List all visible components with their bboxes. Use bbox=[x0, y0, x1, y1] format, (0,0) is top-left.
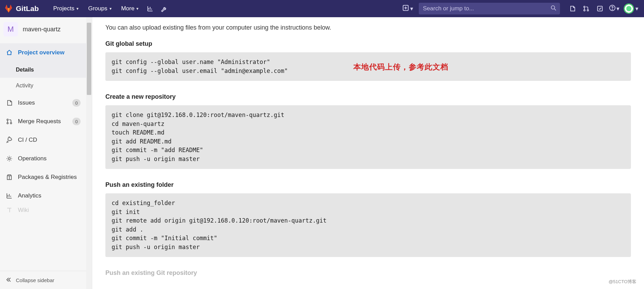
svg-point-4 bbox=[587, 10, 589, 11]
sidebar-sub-details[interactable]: Details bbox=[0, 62, 86, 78]
svg-point-10 bbox=[10, 122, 12, 124]
section-title-existing-folder: Push an existing folder bbox=[105, 181, 631, 189]
sidebar-item-label: Operations bbox=[18, 155, 46, 162]
sidebar: M maven-quartz Project overview Details … bbox=[0, 17, 92, 289]
sidebar-item-label: Issues bbox=[18, 99, 35, 106]
intro-text: You can also upload existing files from … bbox=[105, 24, 631, 31]
nav-more-label: More bbox=[121, 5, 135, 12]
collapse-label: Collapse sidebar bbox=[16, 277, 54, 283]
annotation-text: 本地代码上传，参考此文档 bbox=[353, 62, 448, 72]
chevron-down-icon: ▾ bbox=[616, 5, 620, 12]
search-icon bbox=[550, 5, 557, 13]
project-avatar: M bbox=[3, 22, 18, 36]
new-dropdown[interactable]: ▾ bbox=[403, 5, 413, 13]
count-badge: 0 bbox=[72, 118, 81, 125]
chevron-down-icon: ▾ bbox=[410, 5, 413, 12]
sidebar-item-wiki[interactable]: Wiki bbox=[0, 205, 86, 215]
svg-point-2 bbox=[584, 6, 585, 8]
home-icon bbox=[6, 49, 13, 56]
svg-rect-5 bbox=[598, 6, 602, 11]
todos-icon[interactable] bbox=[593, 0, 607, 17]
sidebar-item-merge-requests[interactable]: Merge Requests 0 bbox=[0, 112, 86, 131]
sidebar-item-packages[interactable]: Packages & Registries bbox=[0, 168, 86, 186]
help-icon bbox=[609, 4, 616, 13]
merge-request-icon bbox=[6, 118, 13, 125]
global-search[interactable] bbox=[419, 3, 560, 14]
svg-point-7 bbox=[612, 9, 612, 9]
chevron-down-icon: ▾ bbox=[110, 6, 112, 11]
project-name: maven-quartz bbox=[23, 26, 61, 33]
sidebar-item-label: Analytics bbox=[18, 192, 41, 199]
svg-point-3 bbox=[584, 10, 585, 11]
sidebar-sub-activity[interactable]: Activity bbox=[0, 78, 86, 94]
help-dropdown[interactable]: ▾ bbox=[609, 4, 620, 13]
merge-request-icon[interactable] bbox=[579, 0, 593, 17]
sidebar-item-label: CI / CD bbox=[18, 137, 37, 143]
count-badge: 0 bbox=[72, 99, 81, 107]
section-title-new-repo: Create a new repository bbox=[105, 93, 631, 100]
gitlab-logo-icon bbox=[4, 4, 13, 13]
rocket-icon bbox=[6, 137, 13, 143]
nav-more[interactable]: More ▾ bbox=[116, 0, 144, 17]
brand-name: GitLab bbox=[16, 4, 39, 13]
svg-point-1 bbox=[551, 6, 555, 9]
analytics-icon bbox=[6, 192, 13, 199]
brand[interactable]: GitLab bbox=[4, 4, 39, 13]
search-input[interactable] bbox=[422, 5, 550, 12]
activity-chart-icon[interactable] bbox=[143, 0, 157, 17]
package-icon bbox=[6, 174, 13, 181]
sidebar-sub-label: Activity bbox=[16, 83, 33, 89]
svg-point-9 bbox=[7, 122, 8, 124]
scrollbar[interactable] bbox=[86, 17, 92, 289]
chevron-down-icon: ▾ bbox=[136, 6, 138, 11]
svg-point-11 bbox=[8, 158, 10, 160]
nav-projects-label: Projects bbox=[53, 5, 74, 12]
section-title-global-setup: Git global setup bbox=[105, 40, 631, 47]
user-avatar[interactable] bbox=[624, 3, 634, 14]
nav-projects[interactable]: Projects ▾ bbox=[49, 0, 83, 17]
project-header[interactable]: M maven-quartz bbox=[0, 17, 86, 41]
sidebar-item-label: Packages & Registries bbox=[18, 174, 77, 181]
sidebar-item-label: Wiki bbox=[18, 207, 29, 214]
svg-point-8 bbox=[7, 119, 8, 120]
issues-icon bbox=[6, 99, 13, 106]
watermark: @51CTO博客 bbox=[609, 279, 636, 285]
sidebar-item-issues[interactable]: Issues 0 bbox=[0, 94, 86, 112]
code-block-new-repo[interactable]: git clone git@192.168.0.120:root/maven-q… bbox=[105, 105, 631, 169]
sidebar-item-operations[interactable]: Operations bbox=[0, 149, 86, 168]
code-block-existing-folder[interactable]: cd existing_folder git init git remote a… bbox=[105, 193, 631, 257]
nav-groups-label: Groups bbox=[88, 5, 107, 12]
sidebar-sub-label: Details bbox=[16, 67, 34, 73]
wrench-icon[interactable] bbox=[157, 0, 171, 17]
book-icon bbox=[6, 207, 13, 214]
section-title-existing-repo: Push an existing Git repository bbox=[105, 269, 631, 277]
plus-icon bbox=[403, 5, 409, 13]
gear-icon bbox=[6, 155, 13, 162]
chevrons-left-icon bbox=[6, 277, 12, 284]
sidebar-item-label: Project overview bbox=[18, 49, 64, 56]
sidebar-item-label: Merge Requests bbox=[18, 118, 61, 125]
collapse-sidebar[interactable]: Collapse sidebar bbox=[0, 271, 86, 289]
sidebar-item-analytics[interactable]: Analytics bbox=[0, 186, 86, 205]
nav-groups[interactable]: Groups ▾ bbox=[83, 0, 116, 17]
sidebar-item-overview[interactable]: Project overview bbox=[0, 43, 86, 62]
scrollbar-thumb[interactable] bbox=[87, 23, 91, 95]
issues-shortcut-icon[interactable] bbox=[565, 0, 579, 17]
main-content: You can also upload existing files from … bbox=[92, 17, 644, 289]
sidebar-item-cicd[interactable]: CI / CD bbox=[0, 131, 86, 149]
top-navbar: GitLab Projects ▾ Groups ▾ More ▾ ▾ bbox=[0, 0, 644, 17]
chevron-down-icon: ▾ bbox=[76, 6, 79, 11]
chevron-down-icon[interactable]: ▾ bbox=[635, 5, 638, 12]
